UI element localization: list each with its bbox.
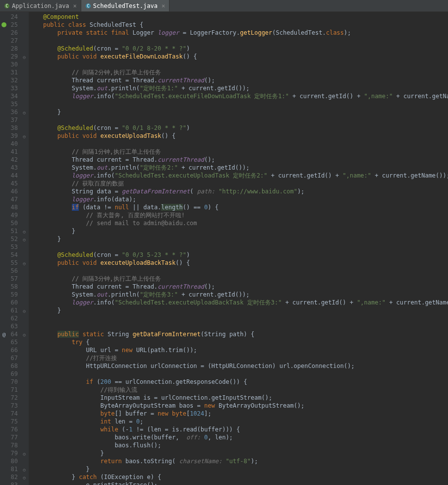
line-number: 64⊖@	[0, 330, 29, 338]
code-line[interactable]: // send mail to admin@baidu.com	[29, 219, 448, 227]
code-line[interactable]: }	[29, 108, 448, 116]
code-line[interactable]: public static String getDataFromInternet…	[29, 330, 448, 338]
code-line[interactable]: }	[29, 235, 448, 243]
code-line[interactable]: System.out.println("定时任务2:" + current.ge…	[29, 164, 448, 172]
line-number: 33	[0, 84, 29, 92]
code-line[interactable]: //打开连接	[29, 354, 448, 362]
line-number: 70	[0, 378, 29, 386]
annotation-icon[interactable]: @	[1, 331, 7, 337]
svg-text:@: @	[2, 331, 6, 337]
line-number: 42	[0, 156, 29, 164]
code-line[interactable]: byte[] buffer = new byte[1024];	[29, 410, 448, 418]
code-line[interactable]: System.out.println("定时任务3:" + current.ge…	[29, 291, 448, 299]
line-number: 80	[0, 457, 29, 465]
line-number: 79⊖	[0, 449, 29, 457]
line-number: 41	[0, 148, 29, 156]
line-number: 81⊖	[0, 465, 29, 473]
code-line[interactable]: Thread current = Thread.currentThread();	[29, 156, 448, 164]
code-line[interactable]: Thread current = Thread.currentThread();	[29, 76, 448, 84]
code-line[interactable]: // 间隔2分钟,执行工单上传任务	[29, 68, 448, 76]
code-line[interactable]: InputStream is = urlConnection.getInputS…	[29, 394, 448, 402]
line-number: 25	[0, 21, 29, 29]
code-line[interactable]: int len = 0;	[29, 418, 448, 425]
line-number: 57	[0, 275, 29, 283]
code-line[interactable]: } catch (IOException e) {	[29, 473, 448, 481]
code-line[interactable]: public void executeFileDownLoadTask() {	[29, 53, 448, 61]
code-line[interactable]: // 喜大普奔, 百度的网站打不开啦!	[29, 211, 448, 219]
code-line[interactable]: logger.info("ScheduledTest.executeUpload…	[29, 299, 448, 306]
line-number: 24	[0, 13, 29, 21]
code-line[interactable]: ByteArrayOutputStream baos = new ByteArr…	[29, 402, 448, 410]
code-line[interactable]: if (200 == urlConnection.getResponseCode…	[29, 378, 448, 386]
line-number: 31	[0, 68, 29, 76]
code-line[interactable]: @Scheduled(cron = "0 0/1 8-20 * * ?")	[29, 124, 448, 132]
line-number: 28	[0, 45, 29, 53]
code-line[interactable]: HttpURLConnection urlConnection = (HttpU…	[29, 362, 448, 370]
tab-application-java[interactable]: C Application.java ×	[0, 0, 81, 11]
code-line[interactable]: public void executeUploadTask() {	[29, 132, 448, 140]
close-icon[interactable]: ×	[73, 2, 77, 9]
code-line[interactable]: logger.info(data);	[29, 195, 448, 203]
line-number: 45	[0, 180, 29, 187]
code-line[interactable]	[29, 61, 448, 68]
code-line[interactable]	[29, 370, 448, 378]
code-line[interactable]: if (data != null || data.length() == 0) …	[29, 203, 448, 211]
code-line[interactable]: }	[29, 306, 448, 314]
line-number: 75	[0, 418, 29, 425]
code-line[interactable]	[29, 37, 448, 45]
line-number: 61⊖	[0, 306, 29, 314]
line-number: 51⊖	[0, 227, 29, 235]
code-line[interactable]	[29, 322, 448, 330]
code-line[interactable]: }	[29, 227, 448, 235]
code-line[interactable]	[29, 314, 448, 322]
code-line[interactable]: baos.flush();	[29, 441, 448, 449]
line-number: 69	[0, 370, 29, 378]
code-line[interactable]: baos.write(buffer, off: 0, len);	[29, 433, 448, 441]
java-class-icon: C	[85, 3, 91, 9]
code-line[interactable]: public class ScheduledTest {	[29, 21, 448, 29]
code-line[interactable]: @Scheduled(cron = "0 0/3 5-23 * * ?")	[29, 251, 448, 259]
line-number: 67	[0, 354, 29, 362]
line-number: 35	[0, 100, 29, 108]
editor: 242526272829⊖30313233343536⊖373839⊖40414…	[0, 12, 448, 485]
code-line[interactable]: logger.info("ScheduledTest.executeUpload…	[29, 172, 448, 180]
code-area[interactable]: @Component public class ScheduledTest { …	[29, 12, 448, 485]
spring-bean-icon[interactable]	[1, 22, 7, 28]
line-number: 29⊖	[0, 53, 29, 61]
code-line[interactable]: public void executeUploadBackTask() {	[29, 259, 448, 267]
gutter[interactable]: 242526272829⊖30313233343536⊖373839⊖40414…	[0, 12, 29, 485]
code-line[interactable]: e.printStackTrace();	[29, 481, 448, 485]
line-number: 32	[0, 76, 29, 84]
code-line[interactable]: System.out.println("定时任务1:" + current.ge…	[29, 84, 448, 92]
code-line[interactable]: while (-1 != (len = is.read(buffer))) {	[29, 425, 448, 433]
code-line[interactable]: return baos.toString( charsetName: "utf-…	[29, 457, 448, 465]
code-line[interactable]	[29, 140, 448, 148]
code-line[interactable]: logger.info("ScheduledTest.executeFileDo…	[29, 92, 448, 100]
line-number: 55⊖	[0, 259, 29, 267]
code-line[interactable]: // 间隔1分钟,执行工单上传任务	[29, 148, 448, 156]
code-line[interactable]	[29, 100, 448, 108]
code-line[interactable]: @Scheduled(cron = "0 0/2 8-20 * * ?")	[29, 45, 448, 53]
code-line[interactable]	[29, 243, 448, 251]
line-number: 66	[0, 346, 29, 354]
svg-text:C: C	[6, 4, 8, 8]
line-number: 59	[0, 291, 29, 299]
code-line[interactable]: try {	[29, 338, 448, 346]
code-line[interactable]: URL url = new URL(path.trim());	[29, 346, 448, 354]
code-line[interactable]: //得到输入流	[29, 386, 448, 394]
code-line[interactable]: // 获取百度的数据	[29, 180, 448, 187]
close-icon[interactable]: ×	[162, 2, 165, 9]
line-number: 62	[0, 314, 29, 322]
code-line[interactable]: Thread current = Thread.currentThread();	[29, 283, 448, 291]
line-number: 43	[0, 164, 29, 172]
code-line[interactable]: String data = getDataFromInternet( path:…	[29, 187, 448, 195]
code-line[interactable]: }	[29, 449, 448, 457]
tab-scheduledtest-java[interactable]: C ScheduledTest.java ×	[81, 0, 169, 11]
code-line[interactable]: // 间隔3分钟,执行工单上传任务	[29, 275, 448, 283]
code-line[interactable]: private static final Logger logger = Log…	[29, 29, 448, 37]
code-line[interactable]: }	[29, 465, 448, 473]
line-number: 82⊖	[0, 473, 29, 481]
code-line[interactable]	[29, 267, 448, 275]
code-line[interactable]	[29, 116, 448, 124]
code-line[interactable]: @Component	[29, 13, 448, 21]
